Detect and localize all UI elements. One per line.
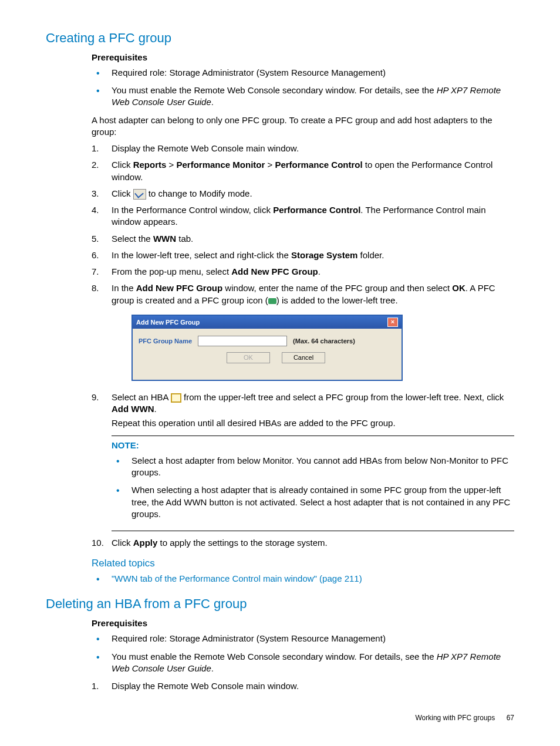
prereq-item: Required role: Storage Administrator (Sy…: [92, 633, 514, 644]
text: from the upper-left tree and select a PF…: [181, 392, 504, 402]
page-number: 67: [507, 714, 514, 722]
text: .: [211, 663, 214, 673]
text: to apply the settings to the storage sys…: [157, 538, 327, 548]
step-9: Select an HBA from the upper-left tree a…: [92, 391, 514, 531]
page-footer: Working with PFC groups 67: [46, 713, 514, 723]
related-topics-heading: Related topics: [92, 557, 514, 571]
repeat-note: Repeat this operation until all desired …: [112, 417, 514, 429]
text: to change to Modify mode.: [146, 188, 252, 198]
text: >: [265, 160, 275, 170]
step-7: From the pop-up menu, select Add New PFC…: [92, 266, 514, 278]
bold: Add New PFC Group: [136, 283, 223, 293]
close-icon[interactable]: ×: [387, 318, 398, 327]
step-10: Click Apply to apply the settings to the…: [92, 537, 514, 549]
pfc-group-name-input[interactable]: [198, 336, 287, 346]
note-item: Select a host adapter from below Monitor…: [112, 455, 514, 479]
step-1: Display the Remote Web Console main wind…: [92, 680, 514, 692]
step-3: Click to change to Modify mode.: [92, 188, 514, 200]
menu-performance-monitor: Performance Monitor: [176, 160, 265, 170]
text: In the Performance Control window, click: [112, 205, 273, 215]
intro-paragraph: A host adapter can belong to only one PF…: [92, 114, 514, 139]
prerequisites-title: Prerequisites: [92, 617, 514, 629]
prereq-item: You must enable the Remote Web Console s…: [92, 85, 514, 109]
bold: Apply: [133, 538, 158, 548]
pfc-group-name-label: PFC Group Name: [139, 337, 192, 346]
step-2: Click Reports > Performance Monitor > Pe…: [92, 159, 514, 183]
related-link[interactable]: "WWN tab of the Performance Control main…: [112, 573, 362, 583]
prereq-item: Required role: Storage Administrator (Sy…: [92, 67, 514, 79]
bold: Add New PFC Group: [231, 266, 318, 276]
text: You must enable the Remote Web Console s…: [112, 652, 437, 661]
step-1: Display the Remote Web Console main wind…: [92, 143, 514, 154]
step-5: Select the WWN tab.: [92, 233, 514, 245]
dialog-title: Add New PFC Group: [136, 318, 200, 327]
text: From the pop-up menu, select: [112, 266, 231, 276]
text: .: [154, 404, 156, 414]
text: ) is added to the lower-left tree.: [276, 295, 398, 305]
bold: Add WWN: [112, 404, 154, 414]
text: folder.: [357, 250, 384, 260]
hba-icon: [171, 393, 181, 403]
text: tab.: [176, 234, 193, 244]
text: >: [166, 160, 176, 170]
bold: Performance Control: [273, 205, 360, 215]
text: Click: [112, 160, 133, 170]
heading-creating-pfc-group: Creating a PFC group: [46, 29, 514, 47]
step-8: In the Add New PFC Group window, enter t…: [92, 282, 514, 380]
note-label: NOTE:: [112, 440, 514, 451]
menu-performance-control: Performance Control: [275, 160, 362, 170]
prereq-item: You must enable the Remote Web Console s…: [92, 651, 514, 675]
text: .: [318, 266, 321, 276]
related-link-item: "WWN tab of the Performance Control main…: [92, 573, 514, 585]
cancel-button[interactable]: Cancel: [282, 352, 325, 363]
heading-deleting-hba: Deleting an HBA from a PFC group: [46, 595, 514, 613]
footer-text: Working with PFC groups: [415, 714, 495, 722]
text: Click: [112, 538, 133, 548]
text: In the lower-left tree, select and right…: [112, 250, 291, 260]
text: Click: [112, 188, 133, 198]
text: window, enter the name of the PFC group …: [222, 283, 452, 293]
prerequisites-title: Prerequisites: [92, 52, 514, 63]
modify-mode-icon: [133, 189, 146, 200]
bold: Storage System: [291, 250, 357, 260]
menu-reports: Reports: [133, 160, 167, 170]
add-new-pfc-group-dialog: Add New PFC Group × PFC Group Name (Max.…: [131, 315, 403, 381]
text: .: [211, 97, 214, 107]
pfc-group-icon: [268, 298, 276, 304]
note-box: NOTE: Select a host adapter from below M…: [112, 436, 514, 532]
ok-button[interactable]: OK: [227, 352, 270, 363]
max-chars-hint: (Max. 64 characters): [293, 337, 355, 346]
text: In the: [112, 283, 136, 293]
text: Select the: [112, 234, 153, 244]
step-6: In the lower-left tree, select and right…: [92, 249, 514, 261]
step-4: In the Performance Control window, click…: [92, 204, 514, 228]
bold: OK: [452, 283, 465, 293]
text: You must enable the Remote Web Console s…: [112, 85, 437, 95]
note-item: When selecting a host adapter that is al…: [112, 484, 514, 520]
text: Select an HBA: [112, 392, 171, 402]
bold: WWN: [153, 234, 176, 244]
